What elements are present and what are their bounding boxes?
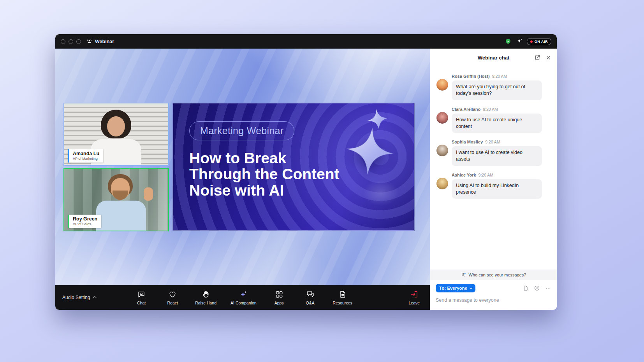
slide-badge: Marketing Webinar bbox=[189, 121, 294, 140]
apps-button[interactable]: Apps bbox=[271, 290, 288, 305]
heart-icon bbox=[168, 290, 177, 299]
window-title: Webinar bbox=[95, 39, 114, 44]
slide-star-large-icon bbox=[344, 125, 396, 177]
audio-setting-button[interactable]: Audio Setting bbox=[62, 295, 96, 300]
message-visibility-info[interactable]: Who can see your messages? bbox=[430, 269, 557, 280]
chat-message: Ashlee York9:20 AM Using AI to build my … bbox=[436, 173, 551, 199]
message-bubble: What are you trying to get out of today'… bbox=[452, 80, 542, 100]
avatar bbox=[436, 145, 448, 156]
chat-message: Rosa Griffin (Host)9:20 AM What are you … bbox=[436, 74, 551, 100]
avatar bbox=[436, 112, 448, 124]
chevron-down-icon bbox=[470, 286, 472, 289]
speaker-name: Amanda Lu bbox=[73, 151, 99, 156]
resources-icon bbox=[338, 290, 347, 299]
on-air-badge: ON AIR bbox=[527, 38, 551, 45]
name-tag-amanda: Amanda Lu VP of Marketing bbox=[68, 149, 103, 163]
speaker-title: VP of Sales bbox=[73, 222, 97, 226]
webinar-chat-panel: Webinar chat Rosa Griffin (Host)9:20 AM … bbox=[430, 49, 557, 310]
stage: Amanda Lu VP of Marketing Roy Green VP o… bbox=[55, 49, 430, 310]
window-controls bbox=[61, 39, 81, 44]
app-title: Webinar bbox=[86, 38, 114, 44]
chat-composer: To: Everyone S bbox=[430, 280, 557, 310]
on-air-dot-icon bbox=[530, 40, 533, 43]
leave-button[interactable]: Leave bbox=[408, 290, 420, 305]
chat-message: Sophia Mosiley9:20 AM I want to use AI t… bbox=[436, 140, 551, 166]
message-bubble: How to use AI to create unique content bbox=[452, 114, 542, 133]
slide-glow-decoration bbox=[355, 174, 406, 212]
slide-star-small-icon bbox=[366, 108, 390, 131]
privacy-note-label: Who can see your messages? bbox=[469, 273, 526, 277]
avatar bbox=[436, 79, 448, 91]
person-visibility-icon bbox=[461, 272, 466, 278]
message-author: Clara Arellano bbox=[452, 107, 480, 112]
webinar-window: Webinar ON AIR bbox=[55, 34, 557, 310]
resources-button[interactable]: Resources bbox=[333, 290, 352, 305]
speaker-tile-amanda[interactable]: Amanda Lu VP of Marketing bbox=[63, 103, 169, 166]
webinar-icon bbox=[86, 38, 92, 44]
chat-message-list[interactable]: Rosa Griffin (Host)9:20 AM What are you … bbox=[430, 66, 557, 269]
avatar bbox=[436, 178, 448, 189]
message-author: Rosa Griffin (Host) bbox=[452, 74, 490, 79]
more-options-icon[interactable] bbox=[545, 285, 551, 291]
to-everyone-selector[interactable]: To: Everyone bbox=[436, 284, 475, 292]
speaker-tile-roy[interactable]: Roy Green VP of Sales bbox=[63, 168, 169, 231]
leave-icon bbox=[410, 290, 419, 299]
close-icon[interactable] bbox=[545, 55, 551, 61]
meeting-toolbar: Audio Setting Chat React bbox=[55, 285, 430, 310]
ai-companion-button[interactable]: AI Companion bbox=[231, 290, 257, 305]
message-bubble: Using AI to build my LinkedIn presence bbox=[452, 179, 542, 199]
qa-button[interactable]: Q&A bbox=[302, 290, 319, 305]
window-close-button[interactable] bbox=[61, 39, 65, 44]
speaker-name: Roy Green bbox=[73, 216, 97, 222]
message-time: 9:20 AM bbox=[492, 74, 507, 79]
message-author: Sophia Mosiley bbox=[452, 140, 483, 144]
video-area: Amanda Lu VP of Marketing Roy Green VP o… bbox=[55, 49, 430, 285]
title-bar: Webinar ON AIR bbox=[55, 34, 557, 49]
ai-sparkle-icon[interactable] bbox=[516, 38, 523, 45]
message-author: Ashlee York bbox=[452, 173, 476, 177]
slide-heading: How to Break Through the Content Noise w… bbox=[189, 150, 340, 198]
chat-icon bbox=[137, 290, 146, 299]
qa-icon bbox=[306, 290, 315, 299]
apps-icon bbox=[275, 290, 283, 299]
emoji-icon[interactable] bbox=[534, 285, 540, 291]
window-minimize-button[interactable] bbox=[69, 39, 73, 44]
ai-companion-icon bbox=[239, 290, 248, 299]
name-tag-roy: Roy Green VP of Sales bbox=[68, 215, 101, 228]
speaker-title: VP of Marketing bbox=[73, 157, 99, 161]
on-air-label: ON AIR bbox=[535, 40, 548, 44]
chevron-up-icon bbox=[93, 296, 97, 300]
pop-out-icon[interactable] bbox=[534, 54, 540, 61]
window-zoom-button[interactable] bbox=[76, 39, 81, 44]
message-bubble: I want to use AI to create video assets bbox=[452, 146, 542, 166]
presentation-slide: Marketing Webinar How to Break Through t… bbox=[172, 103, 415, 231]
react-button[interactable]: React bbox=[164, 290, 181, 305]
chat-button[interactable]: Chat bbox=[133, 290, 150, 305]
message-time: 9:20 AM bbox=[483, 107, 498, 112]
message-time: 9:20 AM bbox=[485, 140, 500, 144]
audio-setting-label: Audio Setting bbox=[62, 295, 90, 300]
chat-header: Webinar chat bbox=[430, 49, 557, 66]
raise-hand-icon bbox=[202, 290, 210, 299]
raise-hand-button[interactable]: Raise Hand bbox=[195, 290, 216, 305]
attach-file-icon[interactable] bbox=[523, 285, 529, 291]
message-input[interactable]: Send a message to everyone bbox=[436, 297, 551, 303]
message-time: 9:20 AM bbox=[479, 173, 494, 177]
encryption-shield-icon[interactable] bbox=[505, 38, 512, 45]
chat-message: Clara Arellano9:20 AM How to use AI to c… bbox=[436, 107, 551, 133]
chat-panel-title: Webinar chat bbox=[478, 55, 509, 61]
